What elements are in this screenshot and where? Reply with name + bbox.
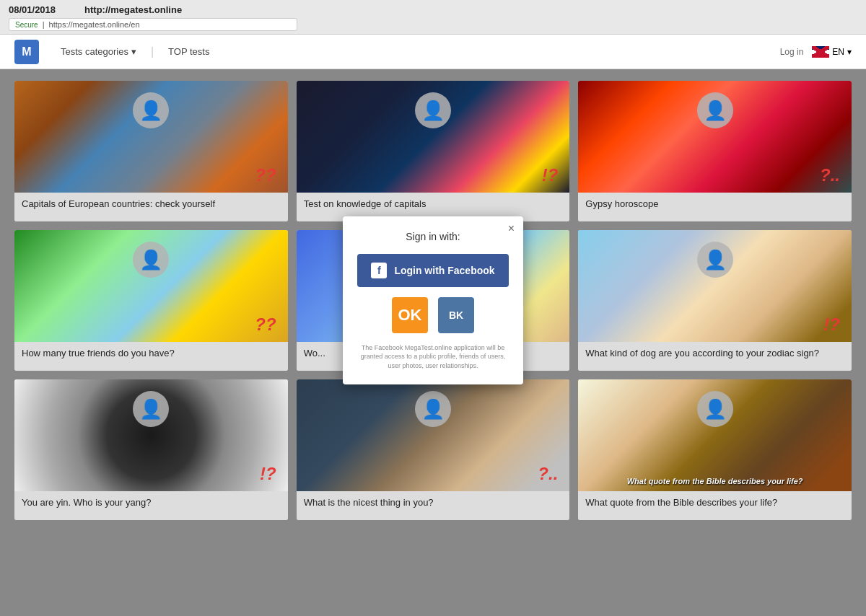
site-logo[interactable]: M <box>14 40 39 64</box>
login-button[interactable]: Log in <box>780 47 804 57</box>
vk-login-button[interactable]: BK <box>438 297 474 333</box>
nav-top-tests[interactable]: TOP tests <box>168 46 209 57</box>
modal-disclaimer: The Facebook MegaTest.online application… <box>357 343 509 371</box>
modal-title: Sign in with: <box>357 231 509 242</box>
full-url: https://megatest.online/en <box>49 20 140 29</box>
signin-modal: × Sign in with: f Login with Facebook OK… <box>343 216 523 385</box>
facebook-icon: f <box>371 263 387 278</box>
social-row: OK BK <box>357 297 509 333</box>
browser-chrome: 08/01/2018 http://megatest.online Secure… <box>0 0 866 35</box>
browser-url-display: http://megatest.online <box>84 4 182 15</box>
nav-categories[interactable]: Tests categories ▾ <box>61 46 136 57</box>
modal-close-button[interactable]: × <box>508 222 515 235</box>
browser-date: 08/01/2018 <box>9 4 56 15</box>
nav-items: Tests categories ▾ | TOP tests <box>61 45 780 58</box>
site-header: M Tests categories ▾ | TOP tests Log in … <box>0 35 866 69</box>
language-selector[interactable]: EN ▾ <box>812 46 852 58</box>
ok-login-button[interactable]: OK <box>392 297 428 333</box>
facebook-login-button[interactable]: f Login with Facebook <box>357 254 509 287</box>
flag-icon <box>812 46 829 58</box>
url-separator: | <box>43 20 45 29</box>
nav-divider: | <box>151 45 154 58</box>
secure-badge: Secure <box>15 21 38 29</box>
header-right: Log in EN ▾ <box>780 46 852 58</box>
page-content: 👤 ?? Capitals of European countries: che… <box>0 69 866 532</box>
modal-overlay: × Sign in with: f Login with Facebook OK… <box>0 69 866 532</box>
